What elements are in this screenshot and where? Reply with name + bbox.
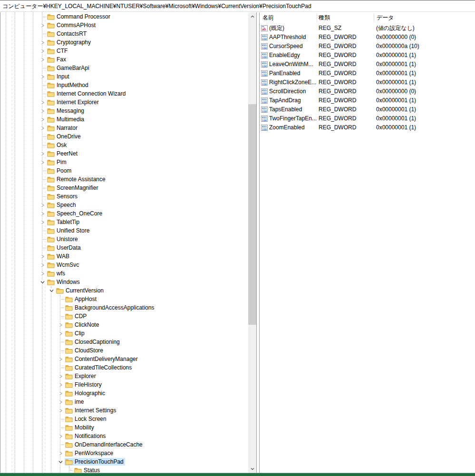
tree-item[interactable]: Speech_OneCore: [0, 209, 248, 218]
scroll-thumb[interactable]: [248, 104, 256, 325]
tree-item-content[interactable]: OnDemandInterfaceCache: [65, 441, 144, 448]
tree-item[interactable]: Input: [0, 72, 248, 81]
tree-scrollbar[interactable]: [248, 12, 256, 473]
tree-item[interactable]: ScreenMagnifier: [0, 184, 248, 192]
tree-item-content[interactable]: Notifications: [65, 432, 107, 440]
tree-item[interactable]: Pim: [0, 158, 248, 166]
tree-item[interactable]: WcmSvc: [0, 261, 248, 269]
tree-item[interactable]: GameBarApi: [0, 64, 248, 72]
tree-item[interactable]: InputMethod: [0, 81, 248, 89]
tree-item-content[interactable]: CuratedTileCollections: [65, 364, 133, 371]
tree-item[interactable]: Internet Settings: [0, 406, 248, 415]
tree-item[interactable]: ClosedCaptioning: [0, 338, 248, 346]
expand-toggle[interactable]: [39, 100, 45, 105]
tree-item-content[interactable]: ClickNote: [65, 321, 100, 329]
tree-item-content[interactable]: Sensors: [47, 193, 79, 200]
tree-item-content[interactable]: Unified Store: [47, 227, 91, 234]
tree-item-content[interactable]: ContactsRT: [47, 30, 88, 38]
chevron-right-icon[interactable]: [40, 117, 45, 122]
registry-value-row[interactable]: 011110ScrollDirectionREG_DWORD0x00000000…: [260, 87, 475, 96]
registry-value-row[interactable]: 011110AAPThresholdREG_DWORD0x00000000 (0…: [260, 33, 475, 42]
tree-item[interactable]: WAB: [0, 252, 248, 261]
tree-item-content[interactable]: Fax: [47, 56, 68, 63]
registry-value-row[interactable]: 011110LeaveOnWithM...REG_DWORD0x00000001…: [260, 60, 475, 69]
tree-item-content[interactable]: Lock Screen: [65, 415, 108, 423]
tree-item[interactable]: TabletTip: [0, 218, 248, 226]
tree-item[interactable]: Internet Connection Wizard: [0, 89, 248, 98]
registry-value-row[interactable]: 011110TwoFingerTapEn...REG_DWORD0x000000…: [260, 114, 475, 123]
chevron-down-icon[interactable]: [49, 289, 54, 293]
chevron-right-icon[interactable]: [58, 374, 63, 379]
tree-item[interactable]: Command Processor: [0, 12, 248, 21]
registry-value-row[interactable]: 011110EnableEdgyREG_DWORD0x00000001 (1): [260, 51, 475, 60]
tree-item[interactable]: Internet Explorer: [0, 98, 248, 107]
expand-toggle[interactable]: [58, 331, 63, 336]
tree-item-content[interactable]: Windows: [47, 278, 81, 286]
scroll-up-button[interactable]: [248, 12, 256, 20]
tree-item-content[interactable]: Cryptography: [47, 39, 92, 46]
registry-value-row[interactable]: 011110ZoomEnabledREG_DWORD0x00000001 (1): [260, 123, 475, 132]
chevron-right-icon[interactable]: [40, 100, 45, 105]
tree-item[interactable]: AppHost: [0, 295, 248, 303]
tree-item[interactable]: FileHistory: [0, 380, 248, 389]
registry-value-row[interactable]: 011110TapsEnabledREG_DWORD0x00000001 (1): [260, 105, 475, 114]
tree-item[interactable]: Speech: [0, 201, 248, 209]
tree-item-content[interactable]: BackgroundAccessApplications: [65, 304, 155, 311]
chevron-right-icon[interactable]: [40, 49, 45, 53]
tree-item-content[interactable]: WcmSvc: [47, 261, 80, 269]
expand-toggle[interactable]: [58, 357, 63, 361]
tree-item-content[interactable]: Unistore: [47, 235, 79, 243]
chevron-right-icon[interactable]: [40, 160, 45, 165]
tree-item-content[interactable]: Speech_OneCore: [47, 210, 104, 217]
tree-item-content[interactable]: Poom: [47, 167, 73, 175]
tree-item-content[interactable]: UserData: [47, 244, 82, 252]
tree-item-content[interactable]: FileHistory: [65, 381, 103, 389]
tree-item-content[interactable]: ScreenMagnifier: [47, 184, 99, 192]
column-header-data[interactable]: データ: [377, 12, 394, 23]
expand-toggle[interactable]: [39, 23, 45, 28]
tree-item[interactable]: OnDemandInterfaceCache: [0, 440, 248, 449]
tree-item[interactable]: Windows: [0, 278, 248, 286]
tree-item[interactable]: PrecisionTouchPad: [0, 457, 248, 466]
expand-toggle[interactable]: [39, 40, 45, 45]
scroll-down-button[interactable]: [248, 465, 256, 473]
tree-item-content[interactable]: CTF: [47, 47, 69, 55]
tree-item[interactable]: CloudStore: [0, 346, 248, 355]
tree-item[interactable]: Fax: [0, 55, 248, 64]
chevron-right-icon[interactable]: [40, 126, 45, 130]
chevron-down-icon[interactable]: [58, 460, 63, 464]
tree-item[interactable]: PenWorkspace: [0, 449, 248, 457]
tree-item-content[interactable]: Command Processor: [47, 13, 112, 20]
expand-toggle[interactable]: [58, 408, 63, 413]
chevron-right-icon[interactable]: [58, 331, 63, 336]
expand-toggle[interactable]: [39, 49, 45, 53]
expand-toggle[interactable]: [58, 382, 63, 387]
tree-item[interactable]: CTF: [0, 47, 248, 55]
expand-toggle[interactable]: [58, 322, 63, 327]
expand-toggle[interactable]: [39, 151, 45, 156]
tree-item[interactable]: wfs: [0, 269, 248, 278]
column-separator[interactable]: [317, 13, 317, 22]
chevron-right-icon[interactable]: [40, 152, 45, 156]
tree-item[interactable]: ClickNote: [0, 321, 248, 329]
tree-item-content[interactable]: ClosedCaptioning: [65, 338, 121, 346]
chevron-right-icon[interactable]: [58, 451, 63, 456]
expand-toggle[interactable]: [39, 117, 45, 122]
tree-item-content[interactable]: Multimedia: [47, 116, 86, 123]
expand-toggle[interactable]: [39, 74, 45, 79]
tree-item[interactable]: Cryptography: [0, 38, 248, 47]
tree-item[interactable]: Multimedia: [0, 115, 248, 124]
tree-item-content[interactable]: Status: [74, 466, 101, 473]
expand-toggle[interactable]: [39, 271, 45, 276]
column-separator[interactable]: [374, 13, 374, 22]
tree-item[interactable]: ime: [0, 398, 248, 406]
tree-item-content[interactable]: PenWorkspace: [65, 449, 115, 457]
tree-item-content[interactable]: ime: [65, 398, 85, 406]
chevron-right-icon[interactable]: [40, 220, 45, 224]
tree-item[interactable]: Poom: [0, 166, 248, 175]
tree-item-content[interactable]: AppHost: [65, 295, 98, 303]
panel-splitter[interactable]: [256, 12, 257, 473]
chevron-right-icon[interactable]: [40, 272, 45, 276]
tree-item-content[interactable]: Clip: [65, 330, 86, 337]
tree-item-content[interactable]: WAB: [47, 253, 71, 260]
